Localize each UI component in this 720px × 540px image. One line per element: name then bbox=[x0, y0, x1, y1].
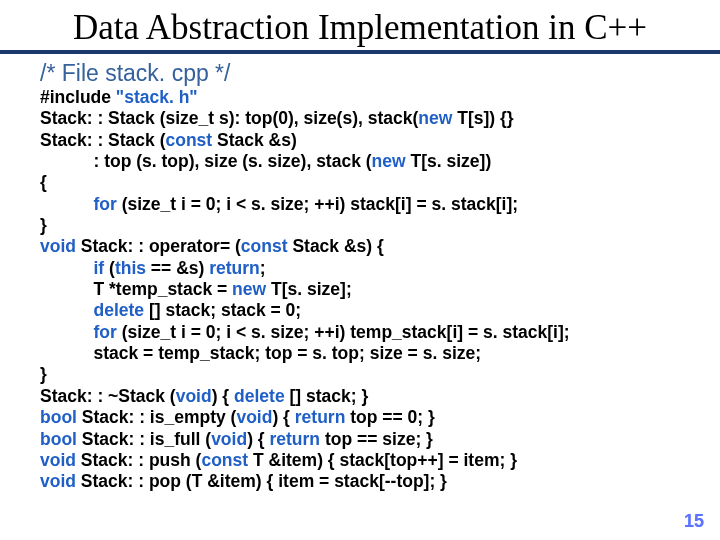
code-text: == &s) bbox=[151, 258, 209, 278]
code-text: Stack: : push ( bbox=[81, 450, 202, 470]
code-keyword: new bbox=[232, 279, 271, 299]
code-text: Stack: : ~Stack ( bbox=[40, 386, 176, 406]
code-keyword: for bbox=[93, 322, 121, 342]
code-text bbox=[40, 300, 93, 320]
code-text: [] stack; } bbox=[290, 386, 369, 406]
code-keyword: new bbox=[418, 108, 457, 128]
code-text: Stack: : operator= ( bbox=[81, 236, 241, 256]
code-keyword: new bbox=[372, 151, 411, 171]
code-keyword: return bbox=[295, 407, 350, 427]
code-keyword: void bbox=[236, 407, 272, 427]
code-text: T *temp_stack = bbox=[40, 279, 232, 299]
code-keyword: const bbox=[165, 130, 217, 150]
code-text: Stack: : is_full ( bbox=[82, 429, 211, 449]
code-text: } bbox=[40, 215, 47, 235]
code-text bbox=[40, 322, 93, 342]
code-text: (size_t i = 0; i < s. size; ++i) stack[i… bbox=[122, 194, 518, 214]
code-text: ; bbox=[260, 258, 266, 278]
page-number: 15 bbox=[684, 511, 704, 532]
code-keyword: for bbox=[93, 194, 121, 214]
code-text: top == 0; } bbox=[350, 407, 435, 427]
code-keyword: bool bbox=[40, 429, 82, 449]
code-string: "stack. h" bbox=[116, 87, 198, 107]
code-keyword: bool bbox=[40, 407, 82, 427]
code-text: Stack &s) { bbox=[292, 236, 383, 256]
code-text: T &item) { stack[top++] = item; } bbox=[253, 450, 517, 470]
code-keyword: void bbox=[40, 450, 81, 470]
code-text: ) { bbox=[212, 386, 234, 406]
code-text: top == size; } bbox=[325, 429, 433, 449]
code-text: Stack: : Stack ( bbox=[40, 130, 165, 150]
code-text bbox=[40, 258, 93, 278]
code-keyword: delete bbox=[93, 300, 148, 320]
code-text: ) { bbox=[272, 407, 294, 427]
file-heading: /* File stack. cpp */ bbox=[40, 60, 680, 87]
code-keyword: void bbox=[40, 471, 81, 491]
code-keyword: void bbox=[40, 236, 81, 256]
code-keyword: const bbox=[241, 236, 293, 256]
code-text: { bbox=[40, 172, 47, 192]
code-keyword: return bbox=[209, 258, 260, 278]
code-keyword: delete bbox=[234, 386, 289, 406]
code-keyword: this bbox=[115, 258, 151, 278]
code-keyword: const bbox=[201, 450, 253, 470]
code-text: stack = temp_stack; top = s. top; size =… bbox=[40, 343, 481, 363]
code-keyword: return bbox=[270, 429, 325, 449]
code-text: Stack &s) bbox=[217, 130, 297, 150]
code-block: #include "stack. h" Stack: : Stack (size… bbox=[40, 87, 680, 493]
code-text: [] stack; stack = 0; bbox=[149, 300, 301, 320]
code-text: ) { bbox=[247, 429, 269, 449]
code-text: : top (s. top), size (s. size), stack ( bbox=[40, 151, 372, 171]
code-keyword: if bbox=[93, 258, 109, 278]
code-text bbox=[40, 194, 93, 214]
code-text: T[s. size]) bbox=[411, 151, 492, 171]
code-text: Stack: : pop (T &item) { item = stack[--… bbox=[81, 471, 447, 491]
code-text: T[s. size]; bbox=[271, 279, 352, 299]
code-text: T[s]) {} bbox=[457, 108, 513, 128]
slide-title: Data Abstraction Implementation in C++ bbox=[0, 0, 720, 54]
code-text: (size_t i = 0; i < s. size; ++i) temp_st… bbox=[122, 322, 570, 342]
content-area: /* File stack. cpp */ #include "stack. h… bbox=[0, 54, 720, 493]
code-text: #include bbox=[40, 87, 116, 107]
code-text: Stack: : is_empty ( bbox=[82, 407, 237, 427]
code-keyword: void bbox=[176, 386, 212, 406]
code-keyword: void bbox=[211, 429, 247, 449]
code-text: } bbox=[40, 364, 47, 384]
code-text: Stack: : Stack (size_t s): top(0), size(… bbox=[40, 108, 418, 128]
